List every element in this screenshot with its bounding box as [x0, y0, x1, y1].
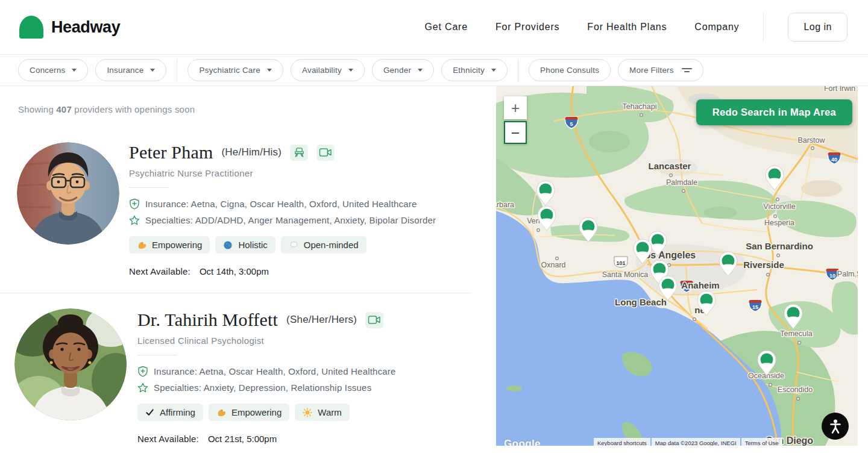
- trait-badge: Empowering: [209, 404, 289, 421]
- filter-label: Gender: [383, 66, 411, 75]
- redo-search-button[interactable]: Redo Search in Map Area: [696, 99, 852, 125]
- insurance-row: Insurance: Aetna, Cigna, Oscar Health, O…: [129, 196, 436, 212]
- chevron-down-icon: [418, 69, 423, 72]
- filter-label: Insurance: [107, 66, 143, 75]
- brand-logo[interactable]: Headway: [19, 16, 120, 39]
- results-summary: Showing 407 providers with openings soon: [18, 104, 496, 114]
- specialties-label: Specialties:: [154, 382, 201, 393]
- filter-phone-consults[interactable]: Phone Consults: [529, 59, 611, 81]
- top-nav-bar: Headway Get Care For Providers For Healt…: [0, 0, 868, 55]
- specialties-row: Specialties: ADD/ADHD, Anger Management,…: [129, 212, 436, 228]
- next-available-value: Oct 14th, 3:00pm: [200, 266, 269, 276]
- results-panel: Showing 407 providers with openings soon: [0, 86, 496, 468]
- shield-i10: 10: [829, 273, 835, 279]
- next-available-label: Next Available:: [129, 266, 190, 276]
- nav-for-health-plans[interactable]: For Health Plans: [587, 22, 667, 33]
- label-anaheim: Anaheim: [681, 280, 719, 290]
- accessibility-icon: [828, 419, 843, 434]
- nav-company[interactable]: Company: [694, 22, 739, 33]
- filter-gender[interactable]: Gender: [372, 59, 434, 81]
- shield-us101: 101: [616, 260, 625, 266]
- label-fort-irwin: Fort Irwin: [824, 86, 855, 93]
- google-logo: Google: [504, 438, 541, 446]
- thought-bubble-icon: [289, 240, 298, 250]
- label-palmdale: Palmdale: [666, 178, 697, 187]
- trait-label: Holistic: [238, 240, 267, 250]
- trait-label: Affirming: [160, 407, 195, 417]
- trait-label: Warm: [318, 407, 341, 417]
- filter-availability[interactable]: Availability: [291, 59, 365, 81]
- next-available-label: Next Available:: [137, 434, 199, 444]
- summary-prefix: Showing: [18, 104, 54, 114]
- insurance-label: Insurance:: [145, 199, 189, 209]
- trait-badge: Open-minded: [281, 236, 366, 254]
- provider-avatar[interactable]: [17, 142, 119, 245]
- provider-name[interactable]: Peter Pham: [129, 142, 213, 163]
- map-panel[interactable]: 5 40 15 10 605 101: [496, 86, 858, 446]
- filter-divider: [177, 59, 177, 82]
- filter-insurance[interactable]: Insurance: [95, 59, 166, 81]
- filter-psychiatric-care[interactable]: Psychiatric Care: [187, 59, 283, 81]
- specialties-list: ADD/ADHD, Anger Management, Anxiety, Bip…: [195, 215, 436, 225]
- trait-badges: Affirming Empowering: [137, 404, 396, 421]
- video-visit-badge: [316, 145, 335, 161]
- specialties-row: Specialties: Anxiety, Depression, Relati…: [137, 379, 396, 396]
- next-available-row: Next Available: Oct 21st, 5:00pm: [137, 434, 396, 444]
- video-visit-badge: [365, 312, 383, 328]
- provider-title: Psychiatric Nurse Practitioner: [129, 168, 436, 178]
- label-oxnard: Oxnard: [541, 261, 566, 269]
- label-palm-springs: Palm S: [837, 270, 858, 278]
- accessibility-button[interactable]: [822, 413, 849, 440]
- provider-pronouns: (He/Him/His): [221, 146, 281, 158]
- filter-more-filters[interactable]: More Filters: [618, 59, 703, 81]
- map-attribution: Keyboard shortcuts Map data ©2023 Google…: [594, 438, 858, 446]
- insurance-list: Aetna, Oscar Health, Oxford, United Heal…: [200, 366, 396, 376]
- provider-title: Licensed Clinical Psychologist: [137, 335, 396, 346]
- label-victorville: Victorville: [763, 202, 795, 211]
- filter-bar: Concerns Insurance Psychiatric Care Avai…: [0, 55, 868, 86]
- muscle-icon: [137, 240, 146, 250]
- filter-label: Phone Consults: [540, 66, 599, 75]
- main-content: Showing 407 providers with openings soon: [0, 86, 868, 468]
- terms-of-use-link[interactable]: Terms of Use: [741, 438, 782, 446]
- checkmark-icon: [145, 408, 154, 417]
- summary-suffix: providers with openings soon: [74, 104, 195, 114]
- video-camera-icon: [368, 315, 381, 325]
- video-camera-icon: [319, 148, 332, 157]
- label-escondido: Escondido: [778, 385, 813, 394]
- zoom-out-button[interactable]: −: [504, 121, 527, 144]
- provider-avatar[interactable]: [14, 308, 127, 420]
- filter-concerns[interactable]: Concerns: [18, 59, 88, 81]
- insurance-row: Insurance: Aetna, Oscar Health, Oxford, …: [137, 363, 396, 379]
- provider-info: Peter Pham (He/Him/His): [129, 141, 436, 276]
- filter-label: Concerns: [30, 66, 65, 75]
- map-canvas[interactable]: 5 40 15 10 605 101: [496, 86, 858, 446]
- label-long-beach: Long Beach: [615, 297, 667, 307]
- in-person-badge: [290, 145, 308, 161]
- trait-badge: Holistic: [215, 236, 275, 254]
- avatar-illustration: [14, 308, 127, 420]
- nav-for-providers[interactable]: For Providers: [495, 22, 559, 33]
- keyboard-shortcuts-link[interactable]: Keyboard shortcuts: [594, 438, 650, 446]
- filter-divider: [518, 59, 518, 82]
- chevron-down-icon: [267, 69, 272, 72]
- shield-i40: 40: [831, 157, 837, 163]
- provider-name[interactable]: Dr. Tahirih Moffett: [137, 310, 278, 330]
- zoom-in-button[interactable]: +: [504, 96, 527, 119]
- label-riverside: Riverside: [743, 260, 784, 270]
- login-button[interactable]: Log in: [788, 13, 848, 42]
- provider-card[interactable]: Peter Pham (He/Him/His): [0, 141, 496, 276]
- chevron-down-icon: [491, 69, 496, 72]
- provider-card[interactable]: Dr. Tahirih Moffett (She/Her/Hers) Licen…: [0, 308, 496, 444]
- provider-pronouns: (She/Her/Hers): [286, 314, 357, 326]
- chevron-down-icon: [150, 69, 155, 72]
- trait-label: Open-minded: [304, 240, 359, 250]
- chevron-down-icon: [72, 69, 77, 72]
- filter-ethnicity[interactable]: Ethnicity: [441, 59, 508, 81]
- trait-label: Empowering: [231, 407, 281, 417]
- muscle-icon: [216, 408, 226, 417]
- shield-plus-icon: [137, 366, 148, 377]
- trait-badge: Warm: [295, 404, 349, 421]
- nav-get-care[interactable]: Get Care: [425, 22, 468, 33]
- filter-lines-icon: [682, 68, 692, 72]
